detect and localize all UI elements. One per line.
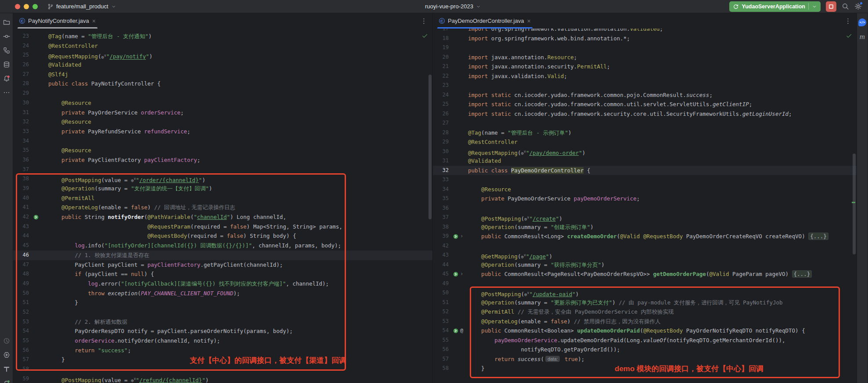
window-close-button[interactable] xyxy=(15,4,20,9)
notifications-bell-icon[interactable] xyxy=(3,75,11,82)
code-line[interactable]: 58 xyxy=(13,365,432,374)
window-minimize-button[interactable] xyxy=(24,4,29,9)
code-line[interactable]: 30 @Resource xyxy=(13,98,432,108)
code-line[interactable]: 45 log.info("[notifyOrder][channelId({})… xyxy=(13,241,432,251)
code-chat-icon[interactable]: </> xyxy=(858,18,866,26)
code-editor-left[interactable]: 23@Tag(name = "管理后台 - 支付通知")24@RestContr… xyxy=(13,29,432,383)
inspections-ok-icon[interactable] xyxy=(846,32,852,39)
scrollbar-thumb[interactable] xyxy=(853,154,856,254)
error-stripe-mark[interactable] xyxy=(852,202,855,203)
code-line[interactable]: 44 @Operation(summary = "获得示例订单分页") xyxy=(433,260,857,270)
tab-options-kebab-icon[interactable]: ⋮ xyxy=(421,17,432,25)
search-everywhere-button[interactable] xyxy=(842,3,849,10)
api-endpoint-gutter-icon[interactable] xyxy=(453,234,458,239)
tab-options-kebab-icon[interactable]: ⋮ xyxy=(845,17,857,25)
code-line[interactable]: 42 xyxy=(433,241,857,251)
inspections-ok-icon[interactable] xyxy=(421,32,428,39)
code-line[interactable]: 18import org.springframework.web.bind.an… xyxy=(433,34,857,43)
code-line[interactable]: 59 @PostMapping(value = ⊕∨"/refund/{chan… xyxy=(13,374,432,383)
tab-pay-notify-controller[interactable]: C PayNotifyController.java × xyxy=(13,13,102,29)
stop-button[interactable] xyxy=(826,1,836,12)
fold-arrow-icon[interactable]: › xyxy=(460,269,463,279)
scrollbar-thumb[interactable] xyxy=(429,75,432,219)
database-icon[interactable] xyxy=(3,61,11,68)
code-line[interactable]: 37 xyxy=(13,165,432,175)
code-line[interactable]: 19 xyxy=(433,43,857,53)
code-line[interactable]: 44 @RequestBody(required = false) String… xyxy=(13,231,432,241)
close-icon[interactable]: × xyxy=(92,18,96,24)
structure-icon[interactable] xyxy=(3,47,11,54)
commit-icon[interactable] xyxy=(3,32,11,40)
code-line[interactable]: 53 @OperateLog(enable = false) // 禁用操作日志… xyxy=(433,317,857,326)
window-maximize-button[interactable] xyxy=(32,4,38,9)
api-endpoint-gutter-icon[interactable] xyxy=(453,272,458,277)
code-line[interactable]: 35 @Resource xyxy=(13,146,432,155)
code-line[interactable]: 54 PayOrderRespDTO notify = payClient.pa… xyxy=(13,326,432,336)
code-line[interactable]: 36 private PayClientFactory payClientFac… xyxy=(13,155,432,165)
code-line[interactable]: 23@Tag(name = "管理后台 - 支付通知") xyxy=(13,32,432,41)
code-line[interactable]: 23 xyxy=(433,81,857,90)
code-line[interactable]: 39› public CommonResult<Long> createDemo… xyxy=(433,232,857,241)
project-widget[interactable]: ruoyi-vue-pro-2023 xyxy=(425,3,481,10)
code-line[interactable]: 56 notifyReqDTO.getPayOrderId()); xyxy=(433,345,857,354)
code-line[interactable]: 25import static cn.iocoder.yudao.framewo… xyxy=(433,100,857,109)
code-line[interactable]: 57 } xyxy=(13,355,432,365)
code-line[interactable]: 50 @PostMapping(⊕∨"/update-paid") xyxy=(433,288,857,298)
code-line[interactable]: 34 @Resource xyxy=(433,185,857,194)
code-line[interactable]: 52 @PermitAll // 无需登录，安全由 PayDemoOrderSe… xyxy=(433,307,857,317)
code-line[interactable]: 53 // 2. 解析通知数据 xyxy=(13,317,432,327)
code-line[interactable]: 38 @PostMapping(value = ⊕∨"/order/{chann… xyxy=(13,174,432,184)
code-line[interactable]: 55 orderService.notifyOrder(channelId, n… xyxy=(13,336,432,346)
code-line[interactable]: 45› public CommonResult<PageResult<PayDe… xyxy=(433,269,857,279)
code-line[interactable]: 26@Validated xyxy=(13,60,432,70)
code-line[interactable]: 47 PayClient payClient = payClientFactor… xyxy=(13,260,432,270)
code-line[interactable]: 28@Tag(name = "管理后台 - 示例订单") xyxy=(433,128,857,138)
build-hammer-icon[interactable] xyxy=(3,365,11,373)
code-line[interactable]: 32public class PayDemoOrderController { xyxy=(433,166,857,175)
code-line[interactable]: 24@RestController xyxy=(13,41,432,51)
code-editor-right[interactable]: 17import org.springframework.validation.… xyxy=(433,29,857,383)
code-line[interactable]: 36 xyxy=(433,204,857,213)
code-line[interactable]: 29 xyxy=(13,89,432,98)
code-line[interactable]: 54@ public CommonResult<Boolean> updateD… xyxy=(433,326,857,336)
code-line[interactable]: 21import javax.annotation.security.Permi… xyxy=(433,62,857,72)
code-line[interactable]: 37 @PostMapping(⊕∨"/create") xyxy=(433,213,857,222)
code-line[interactable]: 32 @Resource xyxy=(13,117,432,127)
code-line[interactable]: 34 xyxy=(13,136,432,146)
settings-button[interactable] xyxy=(854,3,862,10)
code-line[interactable]: 48 if (payClient == null) { xyxy=(13,269,432,279)
code-line[interactable]: 55 payDemoOrderService.updateDemoOrderPa… xyxy=(433,336,857,345)
code-line[interactable]: 27@Slf4j xyxy=(13,70,432,79)
code-line[interactable]: 42 public String notifyOrder(@PathVariab… xyxy=(13,212,432,222)
code-line[interactable]: 31 private PayOrderService orderService; xyxy=(13,108,432,118)
code-line[interactable]: 35 private PayDemoOrderService payDemoOr… xyxy=(433,194,857,204)
code-line[interactable]: 24import static cn.iocoder.yudao.framewo… xyxy=(433,90,857,100)
close-icon[interactable]: × xyxy=(527,18,530,24)
code-line[interactable]: 40 @PermitAll xyxy=(13,193,432,203)
code-line[interactable]: 33 xyxy=(433,175,857,185)
code-line[interactable]: 49 log.error("[notifyCallback][渠道编号({}) … xyxy=(13,279,432,289)
code-line[interactable]: 43 @GetMapping(⊕∨"/page") xyxy=(433,251,857,260)
code-line[interactable]: 56 return "success"; xyxy=(13,346,432,355)
code-line[interactable]: 41 @OperateLog(enable = false) // 回调地址，无… xyxy=(13,203,432,212)
code-line[interactable]: 38 @Operation(summary = "创建示例订单") xyxy=(433,222,857,232)
code-line[interactable]: 50 throw exception(PAY_CHANNEL_CLIENT_NO… xyxy=(13,289,432,298)
code-line[interactable]: 29@RestController xyxy=(433,137,857,147)
maven-tool-window-icon[interactable]: m xyxy=(860,32,865,41)
code-line[interactable]: 25@RequestMapping(⊕∨"/pay/notify") xyxy=(13,50,432,60)
bookmarks-partial-icon[interactable] xyxy=(3,379,11,383)
code-line[interactable]: 27 xyxy=(433,118,857,128)
code-line[interactable]: 28public class PayNotifyController { xyxy=(13,79,432,89)
code-line[interactable]: 51 @Operation(summary = "更新示例订单为已支付") //… xyxy=(433,298,857,308)
services-play-icon[interactable] xyxy=(3,351,11,359)
code-line[interactable]: 22import javax.validation.Valid; xyxy=(433,72,857,81)
tab-pay-demo-order-controller[interactable]: C PayDemoOrderController.java × xyxy=(433,13,537,29)
code-line[interactable]: 20import javax.annotation.Resource; xyxy=(433,53,857,62)
code-line[interactable]: 33 private PayRefundService refundServic… xyxy=(13,127,432,136)
code-line[interactable]: 26import static cn.iocoder.yudao.framewo… xyxy=(433,109,857,119)
project-folder-icon[interactable] xyxy=(3,18,11,26)
api-endpoint-gutter-icon[interactable] xyxy=(453,328,458,333)
code-line[interactable]: 43 @RequestParam(required = false) Map<S… xyxy=(13,222,432,232)
code-line[interactable]: 49 xyxy=(433,279,857,289)
api-endpoint-gutter-icon[interactable] xyxy=(33,215,39,220)
